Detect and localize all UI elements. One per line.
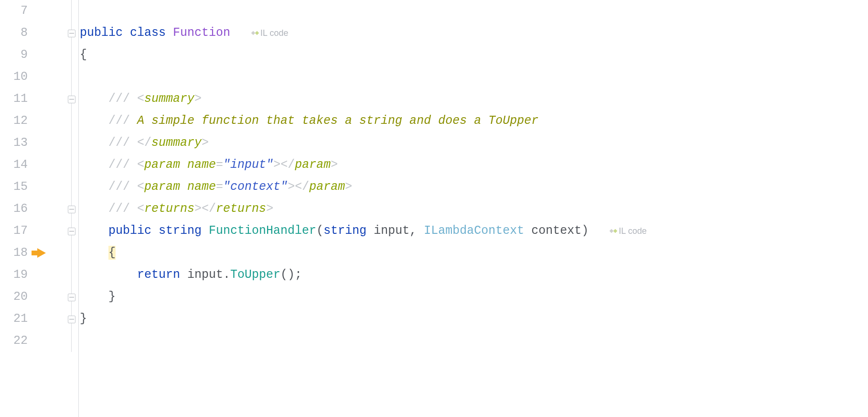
code-line[interactable]: /// <param name="input"></param>: [80, 154, 868, 176]
paren: (: [316, 224, 323, 238]
doc-bracket: >: [331, 158, 338, 172]
brace: }: [108, 290, 116, 304]
param-name: context: [524, 224, 581, 238]
brace: {: [80, 48, 87, 62]
code-line[interactable]: [80, 0, 868, 22]
keyword-string: string: [159, 224, 202, 238]
code-line[interactable]: {: [80, 44, 868, 66]
code-line[interactable]: }: [80, 286, 868, 308]
param-name: input: [366, 224, 409, 238]
code-line[interactable]: /// <summary>: [80, 88, 868, 110]
line-number: 8: [0, 22, 28, 44]
fold-toggle-icon[interactable]: [68, 96, 75, 103]
line-number: 22: [0, 330, 28, 352]
method-name: FunctionHandler: [209, 224, 316, 238]
line-number: 11: [0, 88, 28, 110]
call: ();: [280, 268, 302, 282]
comma: ,: [409, 224, 424, 238]
identifier: input: [180, 268, 223, 282]
fold-toggle-icon[interactable]: [68, 228, 75, 235]
line-number: 19: [0, 264, 28, 286]
doc-eq: =: [216, 180, 223, 194]
fold-toggle-icon[interactable]: [68, 206, 75, 213]
method-name: ToUpper: [230, 268, 280, 282]
type-name: Function: [173, 26, 230, 40]
doc-bracket: <: [137, 202, 144, 216]
code-line[interactable]: /// <param name="context"></param>: [80, 176, 868, 198]
line-number: 13: [0, 132, 28, 154]
doc-attr-value: "input": [223, 158, 273, 172]
doc-bracket: </: [137, 136, 151, 150]
doc-slashes: ///: [108, 202, 137, 216]
line-number-gutter: 7 8 9 10 11 12 13 14 15 16 17 18 19 20 2…: [0, 0, 32, 417]
doc-attr-value: "context": [223, 180, 288, 194]
doc-bracket: </: [280, 158, 295, 172]
il-label: IL code: [619, 226, 646, 236]
line-number: 21: [0, 308, 28, 330]
doc-tag: param: [144, 158, 180, 172]
il-code-hint[interactable]: IL code: [610, 226, 646, 236]
doc-text: A simple function that takes a string an…: [137, 114, 538, 128]
keyword-return: return: [137, 268, 180, 282]
doc-slashes: ///: [108, 114, 137, 128]
doc-bracket: <: [137, 92, 144, 106]
keyword-string: string: [323, 224, 366, 238]
doc-tag: param: [309, 180, 345, 194]
keyword-class: class: [130, 26, 166, 40]
breakpoint-gutter[interactable]: [32, 0, 65, 417]
code-line[interactable]: public string FunctionHandler(string inp…: [80, 220, 868, 242]
doc-bracket: </: [202, 202, 216, 216]
code-line[interactable]: /// </summary>: [80, 132, 868, 154]
il-code-hint[interactable]: IL code: [252, 28, 288, 38]
doc-slashes: ///: [108, 92, 137, 106]
brace: }: [80, 312, 87, 326]
code-line[interactable]: public class Function IL code: [80, 22, 868, 44]
doc-tag: returns: [216, 202, 266, 216]
doc-bracket: >: [273, 158, 280, 172]
fold-gutter[interactable]: [65, 0, 79, 417]
code-line[interactable]: return input.ToUpper();: [80, 264, 868, 286]
keyword-public: public: [80, 26, 123, 40]
doc-bracket: >: [194, 92, 202, 106]
execution-pointer-icon: [37, 248, 46, 258]
code-line[interactable]: /// A simple function that takes a strin…: [80, 110, 868, 132]
line-number: 12: [0, 110, 28, 132]
fold-toggle-icon[interactable]: [68, 316, 75, 323]
doc-bracket: </: [295, 180, 309, 194]
line-number: 20: [0, 286, 28, 308]
code-line[interactable]: }: [80, 308, 868, 330]
doc-attr: name: [180, 180, 216, 194]
line-number: 7: [0, 0, 28, 22]
doc-bracket: <: [137, 158, 144, 172]
doc-slashes: ///: [108, 136, 137, 150]
code-area[interactable]: public class Function IL code { /// <sum…: [79, 0, 868, 417]
doc-tag: returns: [144, 202, 194, 216]
code-line[interactable]: [80, 66, 868, 88]
code-line[interactable]: [80, 330, 868, 352]
doc-bracket: >: [288, 180, 295, 194]
code-line[interactable]: /// <returns></returns>: [80, 198, 868, 220]
il-icon: [252, 30, 258, 36]
type-name: ILambdaContext: [424, 224, 524, 238]
code-line[interactable]: {: [80, 242, 868, 264]
code-editor[interactable]: 7 8 9 10 11 12 13 14 15 16 17 18 19 20 2…: [0, 0, 868, 417]
doc-bracket: >: [266, 202, 273, 216]
line-number: 14: [0, 154, 28, 176]
doc-bracket: <: [137, 180, 144, 194]
fold-toggle-icon[interactable]: [68, 30, 75, 37]
line-number: 15: [0, 176, 28, 198]
keyword-public: public: [108, 224, 151, 238]
fold-toggle-icon[interactable]: [68, 294, 75, 301]
doc-eq: =: [216, 158, 223, 172]
line-number: 9: [0, 44, 28, 66]
dot: .: [223, 268, 230, 282]
il-icon: [610, 228, 617, 234]
doc-slashes: ///: [108, 158, 137, 172]
doc-slashes: ///: [108, 180, 137, 194]
doc-tag: summary: [144, 92, 194, 106]
line-number: 10: [0, 66, 28, 88]
line-number: 18: [0, 242, 28, 264]
line-number: 16: [0, 198, 28, 220]
doc-tag: summary: [151, 136, 202, 150]
doc-tag: param: [295, 158, 331, 172]
